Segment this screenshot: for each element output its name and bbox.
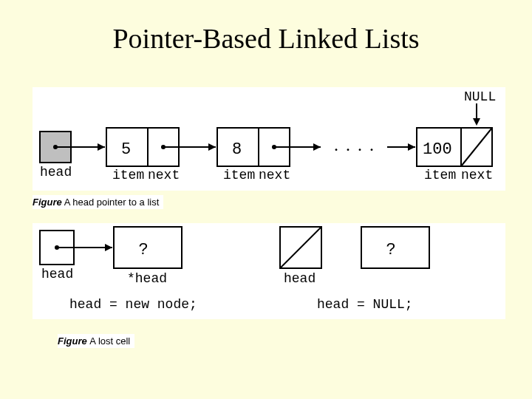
next-label: next [148,168,180,183]
head-label: head [40,165,72,180]
arrow-head-icon [473,118,480,126]
ellipsis: . . . . [334,135,375,154]
head-label: head [284,271,316,286]
arrow-head-icon [408,143,415,151]
item-label: item [223,168,255,183]
item-label: item [424,168,456,183]
stmt-new-node: head = new node; [69,297,197,312]
next-label: next [259,168,290,183]
slide: Pointer-Based Linked Lists head 5 item n… [0,0,532,399]
figure-2-caption: Figure A lost cell [58,334,134,348]
stmt-null: head = NULL; [317,297,413,312]
node-value: 100 [423,140,452,159]
arrow-head-icon [313,143,321,151]
figure-1-caption: Figure A head pointer to a list [33,195,163,209]
caption-text: A head pointer to a list [62,197,160,208]
caption-figure-word: Figure [58,335,89,347]
caption-figure-word: Figure [33,197,62,208]
next-label: next [461,168,493,183]
head-label: head [41,267,73,282]
unknown-value: ? [386,241,395,259]
arrow-head-icon [105,244,112,251]
star-head-label: *head [127,271,167,286]
node-value: 5 [121,140,131,159]
unknown-value: ? [138,241,148,259]
arrow-head-icon [98,143,105,151]
item-label: item [112,168,144,183]
node-value: 8 [232,140,242,159]
caption-text: A lost cell [89,335,130,347]
figure-2: head ? *head head = new node; head ? hea… [33,223,505,319]
arrow-head-icon [208,143,216,151]
figure-1: head 5 item next 8 item next . . . . [33,87,505,191]
slide-title: Pointer-Based Linked Lists [0,22,532,55]
null-label: NULL [464,89,496,104]
